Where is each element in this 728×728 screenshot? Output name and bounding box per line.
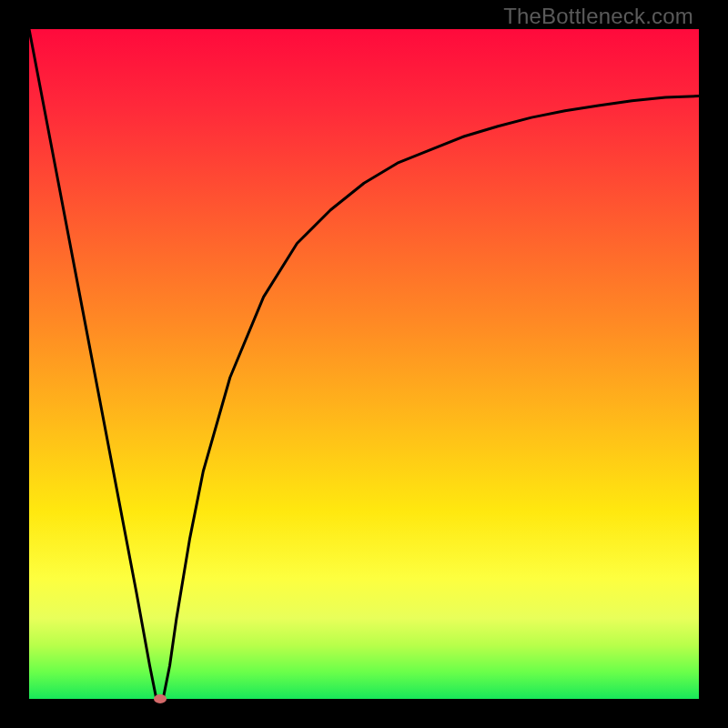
chart-frame: TheBottleneck.com — [0, 0, 728, 728]
plot-area — [29, 29, 699, 699]
bottleneck-curve — [29, 29, 699, 699]
curve-svg — [29, 29, 699, 699]
watermark-text: TheBottleneck.com — [503, 4, 693, 29]
min-marker — [154, 694, 167, 703]
